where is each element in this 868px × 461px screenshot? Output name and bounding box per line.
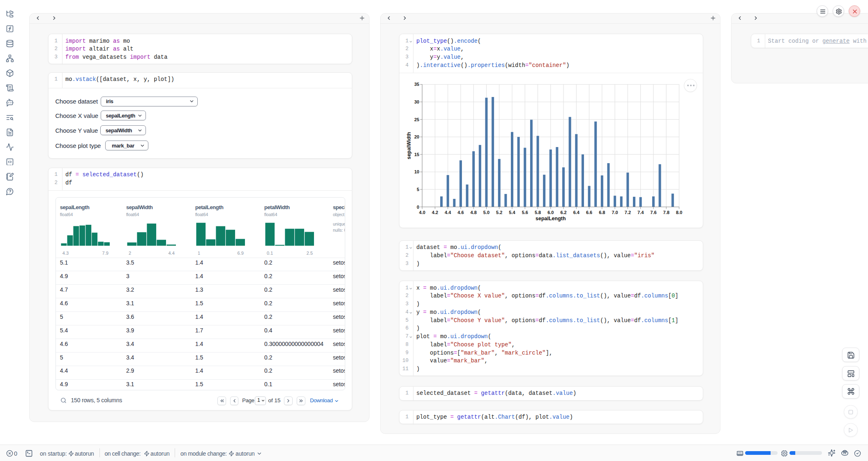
svg-text:sepalLength: sepalLength xyxy=(536,216,566,221)
svg-text:4.0: 4.0 xyxy=(419,210,425,215)
svg-text:6.6: 6.6 xyxy=(586,210,592,215)
svg-text:5.0: 5.0 xyxy=(483,210,489,215)
svg-text:sepalWidth: sepalWidth xyxy=(406,132,412,159)
svg-text:6.8: 6.8 xyxy=(599,210,605,215)
svg-text:8.0: 8.0 xyxy=(676,210,682,215)
svg-text:30: 30 xyxy=(414,99,419,104)
svg-text:4.2: 4.2 xyxy=(432,210,438,215)
svg-text:35: 35 xyxy=(414,82,419,87)
svg-text:7.2: 7.2 xyxy=(625,210,631,215)
svg-text:0: 0 xyxy=(417,204,419,209)
svg-text:5.8: 5.8 xyxy=(535,210,541,215)
svg-text:7.4: 7.4 xyxy=(637,210,644,215)
svg-text:7.8: 7.8 xyxy=(663,210,669,215)
svg-text:4.6: 4.6 xyxy=(457,210,464,215)
svg-text:10: 10 xyxy=(414,169,419,174)
svg-text:6.4: 6.4 xyxy=(573,210,580,215)
svg-text:5: 5 xyxy=(417,187,419,192)
svg-text:6.0: 6.0 xyxy=(547,210,554,215)
svg-text:25: 25 xyxy=(414,117,419,122)
svg-text:5.4: 5.4 xyxy=(509,210,515,215)
svg-text:7.6: 7.6 xyxy=(650,210,656,215)
svg-text:20: 20 xyxy=(414,134,419,139)
svg-text:4.8: 4.8 xyxy=(471,210,477,215)
svg-text:15: 15 xyxy=(414,152,419,157)
svg-text:7.0: 7.0 xyxy=(612,210,618,215)
svg-text:4.4: 4.4 xyxy=(445,210,451,215)
svg-text:5.6: 5.6 xyxy=(522,210,528,215)
svg-text:6.2: 6.2 xyxy=(560,210,566,215)
svg-text:5.2: 5.2 xyxy=(496,210,502,215)
